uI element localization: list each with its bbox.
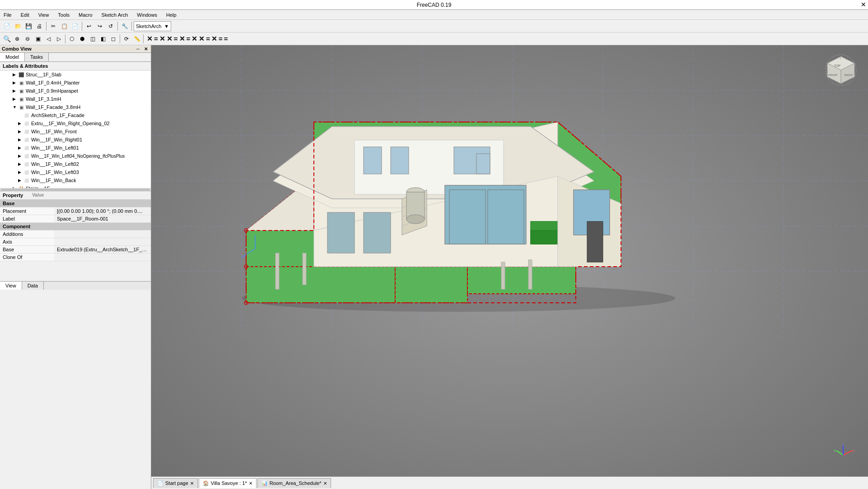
expand-win-back[interactable]: ▶ [18,178,23,183]
undo-btn[interactable]: ↩ [84,21,94,31]
tasks-tab[interactable]: Tasks [25,53,49,61]
view-home-btn[interactable]: ⬢ [77,34,87,44]
menu-view[interactable]: View [37,11,51,19]
menu-edit[interactable]: Edit [19,11,31,19]
tree-item-win-right01[interactable]: ▶ ⬜ Win__1F_Win_Right01 [0,136,151,144]
lower-right-green [467,267,576,294]
lower-green-left [246,267,395,303]
settings-btn[interactable]: 🔧 [120,21,130,31]
nav-back-btn[interactable]: ◁ [43,34,53,44]
view3d-btn[interactable]: ⬡ [67,34,77,44]
property-panel: Property Value Base Placement [(0.00 0.0… [0,191,151,281]
expand-wall-3m[interactable]: ▶ [13,97,17,101]
nav-fwd-btn[interactable]: ▷ [54,34,64,44]
sa-btn-13[interactable]: = [224,35,228,42]
open-btn[interactable]: 📁 [13,21,23,31]
menu-windows[interactable]: Windows [135,11,159,19]
model-tab[interactable]: Model [0,53,25,61]
select-btn[interactable]: ▣ [33,34,43,44]
expand-win-right01[interactable]: ▶ [18,137,23,142]
labels-attributes-header: Labels & Attributes [0,62,151,71]
sa-btn-1[interactable]: ✕ [147,35,153,43]
expand-extru[interactable]: ▶ [18,121,23,126]
menu-file[interactable]: File [2,11,14,19]
paste-btn[interactable]: 📄 [70,21,80,31]
tree-label-win-left04: Win__1F_Win_Left04_NoOpening_IfcPlusPlus [31,154,125,159]
combo-close-btn[interactable]: ✕ [143,47,149,52]
copy-btn[interactable]: 📋 [59,21,69,31]
svg-text:Y: Y [834,449,836,453]
new-file-btn[interactable]: 📄 [2,21,12,31]
sa-btn-6[interactable]: ✕ [179,35,185,43]
expand-win-left02[interactable]: ▶ [18,162,23,166]
tree-item-stairs[interactable]: ▶ 🪜 Stairs__1F [0,184,151,188]
sa-btn-4[interactable]: ✕ [167,35,173,43]
tree-item-archsketch-facade[interactable]: ▶ ⬜ ArchSketch_1F_Facade [0,111,151,119]
tab-villa-savoye[interactable]: 🏠 Villa Savoye : 1* ✕ [199,478,257,488]
expand-win-left03[interactable]: ▶ [18,170,23,174]
tree-item-wall-planter[interactable]: ▶ ▣ Wall_1F_0.4mH_Planter [0,79,151,87]
expand-wall-facade[interactable]: ▼ [13,105,17,109]
start-page-close[interactable]: ✕ [190,481,194,486]
view-right-btn[interactable]: ◻ [108,34,118,44]
view-tab[interactable]: View [0,282,22,290]
menu-macro[interactable]: Macro [77,11,94,19]
tree-item-win-back[interactable]: ▶ ⬜ Win__1F_Win_Back [0,176,151,184]
villa-savoye-close[interactable]: ✕ [249,481,252,486]
3d-viewport[interactable]: TOP FRONT RIGHT ↓ → ← ↑ X Y Z [151,45,868,489]
tree-item-win-front[interactable]: ▶ ⬜ Win__1F_Win_Front [0,127,151,136]
menu-sketcharch[interactable]: Sketch Arch [100,11,130,19]
save-btn[interactable]: 💾 [23,21,33,31]
data-tab[interactable]: Data [22,282,44,290]
expand-wall-planter[interactable]: ▶ [13,80,17,85]
expand-wall-parapet[interactable]: ▶ [13,89,17,93]
sa-btn-8[interactable]: ✕ [191,35,197,43]
tree-item-wall-facade[interactable]: ▼ ▣ Wall_1F_Facade_3.8mH [0,103,151,111]
nav-cube[interactable]: TOP FRONT RIGHT ↓ → ← ↑ [823,54,859,90]
close-button[interactable]: ✕ [861,1,866,8]
measure-btn[interactable]: 📏 [132,34,142,44]
expand-struc[interactable]: ▶ [13,72,17,77]
expand-win-left01[interactable]: ▶ [18,146,23,150]
view-top-btn[interactable]: ◧ [98,34,108,44]
cut-btn[interactable]: ✂ [48,21,58,31]
sa-btn-3[interactable]: ✕ [159,35,165,43]
tree-item-struc-slab[interactable]: ▶ ⬛ Struc__1F_Slab [0,71,151,79]
sa-btn-5[interactable]: = [174,35,178,42]
rotate-btn[interactable]: ⟳ [121,34,131,44]
menu-tools[interactable]: Tools [56,11,71,19]
expand-win-left04[interactable]: ▶ [18,154,23,158]
tree-item-wall-parapet[interactable]: ▶ ▣ Wall_1F_0.9mHparapet [0,87,151,95]
tree-view[interactable]: ▶ ⬛ Struc__1F_Slab ▶ ▣ Wall_1F_0.4mH_Pla… [0,71,151,188]
view-front-btn[interactable]: ◫ [88,34,98,44]
menu-help[interactable]: Help [164,11,178,19]
svg-line-21 [843,451,852,455]
redo-btn[interactable]: ↪ [95,21,105,31]
print-btn[interactable]: 🖨 [34,21,44,31]
svg-text:Z: Z [842,444,845,447]
sa-btn-2[interactable]: = [154,35,158,42]
sa-btn-9[interactable]: ✕ [199,35,205,43]
tree-item-win-left01[interactable]: ▶ ⬜ Win__1F_Win_Left01 [0,144,151,152]
sa-btn-11[interactable]: ✕ [211,35,217,43]
prop-additions-value [54,230,151,238]
tree-item-win-left02[interactable]: ▶ ⬜ Win__1F_Win_Left02 [0,160,151,168]
tree-item-win-left04[interactable]: ▶ ⬜ Win__1F_Win_Left04_NoOpening_IfcPlus… [0,152,151,160]
tab-room-schedule[interactable]: 📊 Room_Area_Schedule* ✕ [257,478,331,488]
zoom-fit-btn[interactable]: 🔍 [2,34,12,44]
workbench-dropdown[interactable]: SketchArch ▼ [134,21,171,31]
zoom-in-btn[interactable]: ⊕ [12,34,22,44]
tree-label-wall-facade: Wall_1F_Facade_3.8mH [26,104,80,110]
tree-item-win-left03[interactable]: ▶ ⬜ Win__1F_Win_Left03 [0,168,151,176]
combo-minimize-btn[interactable]: ─ [135,47,141,52]
tree-item-wall-3m[interactable]: ▶ ▣ Wall_1F_3.1mH [0,95,151,103]
room-schedule-close[interactable]: ✕ [323,481,327,486]
sa-btn-10[interactable]: = [206,35,210,42]
tree-item-extru-win[interactable]: ▶ ⬜ Extru__1F_Win_Right_Opening_02 [0,119,151,127]
refresh-btn[interactable]: ↺ [106,21,116,31]
tab-start-page[interactable]: 📄 Start page ✕ [153,478,198,488]
sa-btn-7[interactable]: = [187,35,191,42]
expand-win-front[interactable]: ▶ [18,129,23,134]
zoom-out-btn[interactable]: ⊖ [23,34,33,44]
sa-btn-12[interactable]: = [219,35,223,42]
